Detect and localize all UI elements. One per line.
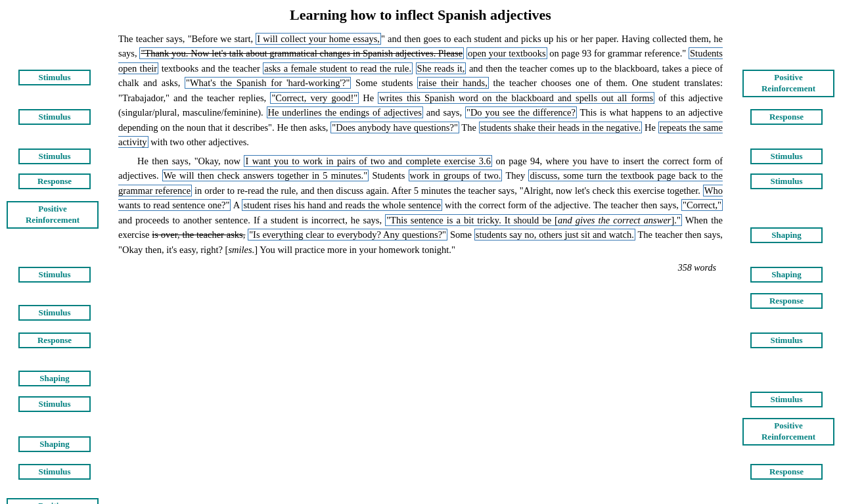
- label-response-r2: Response: [750, 109, 823, 125]
- highlight-17: We will then check answers together in 5…: [162, 170, 369, 181]
- paragraph-2: He then says, "Okay, now I want you to w…: [118, 154, 723, 257]
- label-shaping-r6: Shaping: [750, 267, 823, 283]
- highlight-12: "Do you see the difference?: [465, 106, 577, 118]
- label-response-l4: Response: [18, 173, 91, 189]
- highlight-1: I will collect your home essays,: [256, 33, 381, 45]
- label-shaping-l9: Shaping: [18, 371, 91, 386]
- label-shaping-r5: Shaping: [750, 227, 823, 243]
- highlight-3: open your textbooks: [466, 47, 547, 59]
- label-shaping-l11: Shaping: [18, 436, 91, 452]
- paragraph-1: The teacher says, "Before we start, I wi…: [118, 32, 723, 150]
- highlight-22: "Correct,": [681, 199, 723, 211]
- label-stimulus-r9: Stimulus: [750, 392, 823, 407]
- highlight-6: She reads it,: [416, 62, 466, 74]
- label-response-r11: Response: [750, 464, 823, 480]
- highlight-16: I want you to work in pairs of two and c…: [244, 155, 492, 167]
- left-labels: Stimulus Stimulus Stimulus Response Posi…: [0, 32, 115, 275]
- label-stimulus-l12: Stimulus: [18, 464, 91, 480]
- label-stimulus-r8: Stimulus: [750, 332, 823, 348]
- highlight-7: "What's the Spanish for 'hard-working'?": [185, 77, 351, 89]
- label-positive-reinforcement-l5: PositiveReinforcement: [7, 201, 99, 229]
- content-area: Stimulus Stimulus Stimulus Response Posi…: [0, 32, 841, 275]
- highlight-14: students shake their heads in the negati…: [479, 122, 643, 133]
- label-stimulus-l3: Stimulus: [18, 149, 91, 164]
- highlight-23: "This sentence is a bit tricky. It shoul…: [385, 214, 682, 226]
- highlight-21: student rises his hand and reads the who…: [242, 199, 442, 211]
- label-stimulus-l7: Stimulus: [18, 305, 91, 321]
- highlight-25: students say no, others just sit and wat…: [474, 229, 635, 241]
- page-title: Learning how to inflect Spanish adjectiv…: [0, 7, 841, 24]
- highlight-10: writes this Spanish word on the blackboa…: [378, 92, 654, 104]
- label-stimulus-l6: Stimulus: [18, 267, 91, 283]
- highlight-13: "Does anybody have questions?": [330, 122, 459, 133]
- right-labels: PositiveReinforcement Response Stimulus …: [726, 32, 841, 275]
- label-positive-reinforcement-r1: PositiveReinforcement: [742, 70, 834, 97]
- word-count: 358 words: [118, 261, 723, 275]
- highlight-9: "Correct, very good!": [270, 92, 359, 104]
- label-positive-reinforcement-r10: PositiveReinforcement: [742, 418, 834, 446]
- highlight-18: work in groups of two.: [409, 170, 503, 181]
- highlight-11: He underlines the endings of adjectives: [267, 106, 423, 118]
- label-stimulus-l1: Stimulus: [18, 70, 91, 85]
- label-stimulus-r4: Stimulus: [750, 173, 823, 189]
- main-text: The teacher says, "Before we start, I wi…: [115, 32, 726, 275]
- highlight-5: asks a female student to read the rule.: [263, 62, 413, 74]
- highlight-8: raise their hands,: [417, 77, 489, 89]
- page: Learning how to inflect Spanish adjectiv…: [0, 0, 841, 282]
- highlight-2: "Thank you. Now let's talk about grammat…: [139, 47, 464, 59]
- label-stimulus-l2: Stimulus: [18, 109, 91, 125]
- label-stimulus-r3: Stimulus: [750, 149, 823, 164]
- label-stimulus-l10: Stimulus: [18, 396, 91, 412]
- label-positive-reinforcement-l13: PositiveReinforcement: [7, 498, 99, 504]
- label-response-l8: Response: [18, 332, 91, 348]
- label-response-r7: Response: [750, 293, 823, 309]
- highlight-24: "Is everything clear to everybody? Any q…: [248, 229, 447, 241]
- strikethrough-1: is over, the teacher asks,: [152, 229, 245, 240]
